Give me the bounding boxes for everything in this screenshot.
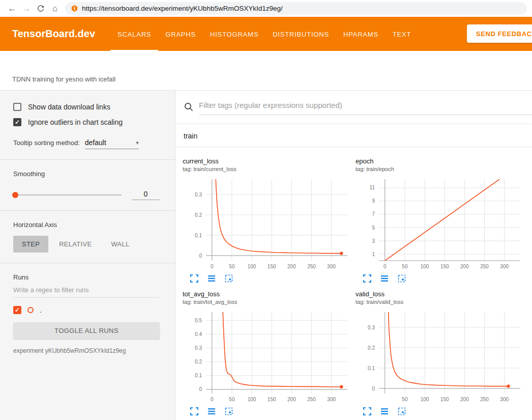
address-bar[interactable]: https://tensorboard.dev/experiment/yKUbh… bbox=[65, 2, 527, 15]
scalar-chart-card: epoch tag: train/epoch 13579110501001502… bbox=[356, 157, 525, 283]
experiment-caption: experiment yKUbhb5wRmOSXYkId1z9eg bbox=[13, 347, 160, 354]
smoothing-slider[interactable] bbox=[13, 194, 122, 195]
svg-text:150: 150 bbox=[440, 397, 449, 402]
scalar-chart-card: current_loss tag: train/current_loss 00.… bbox=[183, 157, 352, 283]
filter-tags-row bbox=[175, 91, 532, 115]
svg-text:0: 0 bbox=[199, 253, 202, 259]
tab-graphs[interactable]: GRAPHS bbox=[158, 17, 203, 51]
svg-text:0: 0 bbox=[372, 386, 375, 391]
svg-text:0.2: 0.2 bbox=[368, 345, 375, 351]
chart-plot[interactable]: 1357911050100150200250300 bbox=[356, 176, 523, 273]
svg-text:9: 9 bbox=[372, 198, 375, 204]
divider bbox=[0, 159, 175, 160]
chart-title: valid_loss bbox=[356, 290, 525, 298]
log-scale-icon[interactable] bbox=[207, 274, 216, 283]
run-name: . bbox=[40, 306, 42, 314]
url-text[interactable]: https://tensorboard.dev/experiment/yKUbh… bbox=[82, 5, 283, 12]
send-feedback-button[interactable]: SEND FEEDBACK bbox=[467, 24, 532, 43]
ignore-outliers-row: ✓ Ignore outliers in chart scaling bbox=[13, 118, 160, 126]
tab-hparams[interactable]: HPARAMS bbox=[336, 17, 386, 51]
svg-text:0.5: 0.5 bbox=[195, 318, 202, 323]
header-tabs: SCALARSGRAPHSHISTOGRAMSDISTRIBUTIONSHPAR… bbox=[110, 17, 418, 51]
divider bbox=[0, 263, 175, 263]
fullscreen-icon[interactable] bbox=[190, 274, 199, 283]
svg-text:0.3: 0.3 bbox=[195, 345, 202, 351]
svg-text:300: 300 bbox=[500, 397, 509, 402]
svg-text:1: 1 bbox=[372, 251, 375, 257]
svg-text:50: 50 bbox=[402, 264, 408, 269]
browser-toolbar: ← → ⌂ https://tensorboard.dev/experiment… bbox=[0, 0, 532, 17]
svg-text:150: 150 bbox=[268, 264, 276, 269]
chart-title: epoch bbox=[356, 157, 525, 165]
fit-domain-icon[interactable] bbox=[224, 407, 233, 416]
axis-option-step[interactable]: STEP bbox=[13, 236, 48, 253]
content-area: Show data download links ✓ Ignore outlie… bbox=[0, 91, 532, 420]
svg-text:0: 0 bbox=[211, 264, 214, 269]
log-scale-icon[interactable] bbox=[380, 274, 389, 283]
svg-text:200: 200 bbox=[460, 397, 469, 402]
axis-option-relative[interactable]: RELATIVE bbox=[50, 236, 100, 253]
chart-plot[interactable]: 00.10.20.30.40.5050100150200250300 bbox=[183, 309, 350, 406]
home-icon[interactable]: ⌂ bbox=[48, 2, 62, 16]
main-panel: train current_loss tag: train/current_lo… bbox=[175, 91, 532, 420]
fit-domain-icon[interactable] bbox=[397, 407, 406, 416]
chart-subtitle: tag: train/current_loss bbox=[183, 166, 352, 172]
fullscreen-icon[interactable] bbox=[363, 407, 372, 416]
back-icon[interactable]: ← bbox=[5, 2, 19, 16]
smoothing-slider-thumb[interactable] bbox=[12, 192, 18, 198]
show-download-links-label: Show data download links bbox=[28, 103, 110, 111]
tooltip-sort-value: default bbox=[85, 138, 106, 147]
scalar-chart-card: tot_avg_loss tag: train/tot_avg_loss 00.… bbox=[183, 290, 352, 416]
brand-title[interactable]: TensorBoard.dev bbox=[0, 17, 107, 51]
tag-group-title[interactable]: train bbox=[175, 124, 532, 147]
tab-histograms[interactable]: HISTOGRAMS bbox=[203, 17, 265, 51]
runs-label: Runs bbox=[13, 273, 160, 281]
log-scale-icon[interactable] bbox=[207, 407, 216, 416]
svg-text:100: 100 bbox=[248, 264, 256, 269]
runs-filter-input[interactable] bbox=[13, 281, 160, 298]
log-scale-icon[interactable] bbox=[380, 407, 389, 416]
svg-text:0.4: 0.4 bbox=[195, 331, 202, 337]
axis-option-wall[interactable]: WALL bbox=[102, 236, 138, 253]
fullscreen-icon[interactable] bbox=[363, 274, 372, 283]
refresh-arrow-glyph bbox=[37, 5, 45, 13]
experiment-subheader: TDNN training for yesno with icefall bbox=[0, 51, 532, 91]
ignore-outliers-label: Ignore outliers in chart scaling bbox=[28, 118, 123, 126]
svg-text:0: 0 bbox=[383, 264, 387, 269]
svg-text:0.2: 0.2 bbox=[195, 359, 202, 365]
svg-text:3: 3 bbox=[372, 238, 375, 244]
run-isolate-icon[interactable] bbox=[27, 307, 34, 313]
check-icon: ✓ bbox=[15, 307, 20, 313]
svg-text:50: 50 bbox=[402, 397, 408, 402]
chart-plot[interactable]: 00.10.20.3050100150200250300 bbox=[183, 176, 350, 273]
fit-domain-icon[interactable] bbox=[397, 274, 406, 283]
chart-plot[interactable]: 00.10.20.350100150200250300 bbox=[356, 309, 523, 406]
filter-tags-input[interactable] bbox=[199, 99, 532, 115]
chart-subtitle: tag: train/epoch bbox=[356, 166, 525, 172]
forward-icon[interactable]: → bbox=[19, 2, 34, 16]
svg-text:250: 250 bbox=[307, 264, 316, 269]
show-download-links-checkbox[interactable] bbox=[13, 103, 21, 111]
svg-text:0.1: 0.1 bbox=[195, 373, 202, 378]
run-visibility-checkbox[interactable]: ✓ bbox=[13, 306, 21, 314]
tab-distributions[interactable]: DISTRIBUTIONS bbox=[265, 17, 336, 51]
ignore-outliers-checkbox[interactable]: ✓ bbox=[13, 118, 21, 126]
tab-text[interactable]: TEXT bbox=[386, 17, 418, 51]
svg-text:200: 200 bbox=[287, 264, 296, 269]
chart-toolbar bbox=[183, 407, 352, 416]
fit-domain-icon[interactable] bbox=[224, 274, 233, 283]
settings-sidebar: Show data download links ✓ Ignore outlie… bbox=[0, 91, 175, 420]
divider bbox=[0, 210, 175, 211]
toggle-all-runs-button[interactable]: TOGGLE ALL RUNS bbox=[13, 322, 160, 339]
fullscreen-icon[interactable] bbox=[190, 407, 199, 416]
search-icon bbox=[184, 102, 194, 112]
chevron-down-icon: ▾ bbox=[136, 139, 139, 146]
tab-scalars[interactable]: SCALARS bbox=[110, 17, 158, 51]
refresh-icon[interactable] bbox=[34, 2, 48, 16]
chart-subtitle: tag: train/tot_avg_loss bbox=[183, 299, 352, 305]
smoothing-value-input[interactable] bbox=[132, 190, 160, 200]
svg-text:0.1: 0.1 bbox=[368, 366, 375, 371]
show-download-links-row: Show data download links bbox=[13, 103, 160, 111]
tooltip-sort-dropdown[interactable]: default ▾ bbox=[85, 138, 139, 149]
svg-text:0: 0 bbox=[199, 386, 202, 392]
